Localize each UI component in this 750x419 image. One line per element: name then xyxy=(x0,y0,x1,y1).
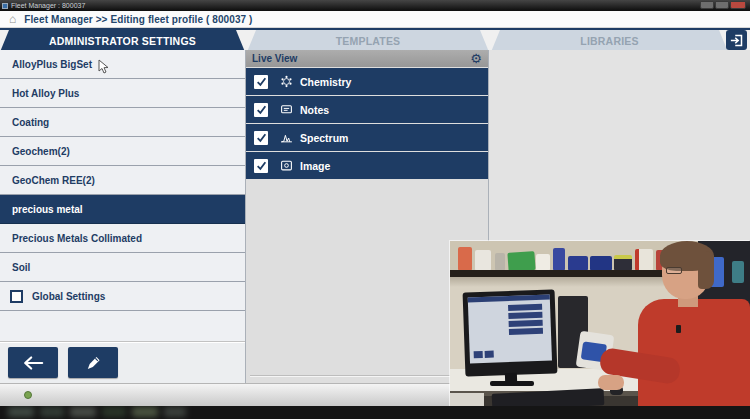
taskbar-blur-item xyxy=(132,407,158,417)
image-icon xyxy=(279,159,293,173)
presenter-hair-back xyxy=(698,251,714,289)
minimize-button[interactable] xyxy=(700,1,714,9)
os-titlebar: Fleet Manager : 800037 xyxy=(0,0,750,11)
notes-checkbox[interactable] xyxy=(254,103,268,117)
presenter-glasses xyxy=(666,267,682,274)
image-label: Image xyxy=(300,160,330,172)
rack-teal-tool xyxy=(732,261,744,283)
sidebar-item-precious-metal[interactable]: precious metal xyxy=(0,195,245,224)
molecule-icon xyxy=(279,75,293,89)
shelf-kit-box xyxy=(614,255,632,271)
global-settings-label: Global Settings xyxy=(32,291,105,302)
app-window: Fleet Manager : 800037 ⌂ Fleet Manager >… xyxy=(0,0,750,419)
sidebar-item-geochem2[interactable]: Geochem(2) xyxy=(0,137,245,166)
action-button-row xyxy=(0,341,245,383)
sidebar-item-hot-alloy-plus[interactable]: Hot Alloy Plus xyxy=(0,79,245,108)
global-settings-row: Global Settings xyxy=(0,282,245,311)
live-view-row-spectrum[interactable]: Spectrum xyxy=(246,124,488,151)
monitor-base xyxy=(490,381,534,386)
gear-icon[interactable]: ⚙ xyxy=(470,52,482,65)
spectrum-checkbox[interactable] xyxy=(254,131,268,145)
sidebar-item-precious-metals-collimated[interactable]: Precious Metals Collimated xyxy=(0,224,245,253)
back-button[interactable] xyxy=(8,347,58,378)
global-settings-checkbox[interactable] xyxy=(10,290,23,303)
lapel-microphone xyxy=(676,325,681,333)
image-checkbox[interactable] xyxy=(254,159,268,173)
mini-app-row xyxy=(508,312,542,319)
close-button[interactable] xyxy=(730,1,746,9)
mini-app-row xyxy=(509,328,543,335)
sidebar-item-coating[interactable]: Coating xyxy=(0,108,245,137)
sidebar-item-alloyplus-bigset[interactable]: AlloyPlus BigSet xyxy=(0,50,245,79)
taskbar-blur-item xyxy=(164,407,186,417)
chemistry-label: Chemistry xyxy=(300,76,351,88)
shelf-vials xyxy=(495,253,505,271)
breadcrumb-bar: ⌂ Fleet Manager >> Editing fleet profile… xyxy=(0,11,750,28)
edit-button[interactable] xyxy=(68,347,118,378)
mini-app-button xyxy=(474,351,483,358)
spectrum-icon xyxy=(279,131,293,145)
maximize-button[interactable] xyxy=(715,1,729,9)
live-view-row-image[interactable]: Image xyxy=(246,152,488,179)
mini-app-row xyxy=(509,320,543,327)
panel-bottom-divider xyxy=(250,375,484,377)
exit-icon xyxy=(729,33,744,48)
monitor-screen xyxy=(468,295,552,364)
shelf-canister xyxy=(553,248,565,271)
monitor xyxy=(463,289,558,376)
live-view-header: Live View ⚙ xyxy=(246,50,488,67)
check-icon xyxy=(256,104,267,115)
tab-templates[interactable]: TEMPLATES xyxy=(247,30,489,52)
check-icon xyxy=(256,160,267,171)
shelf-binder xyxy=(635,249,653,271)
taskbar-blur-item xyxy=(70,407,96,417)
live-view-title: Live View xyxy=(252,53,470,64)
pencil-icon xyxy=(85,354,102,371)
check-icon xyxy=(256,132,267,143)
exit-button[interactable] xyxy=(726,30,747,50)
shelf-bottle xyxy=(458,247,472,271)
taskbar-blur-item xyxy=(40,407,64,417)
sidebar-empty-space xyxy=(0,311,245,341)
shelf-blue-box xyxy=(568,256,588,271)
tab-libraries[interactable]: LIBRARIES xyxy=(491,30,728,52)
taskbar-band xyxy=(0,406,750,419)
sidebar-item-geochem-ree2[interactable]: GeoChem REE(2) xyxy=(0,166,245,195)
taskbar-blur-item xyxy=(8,407,34,417)
spectrum-label: Spectrum xyxy=(300,132,348,144)
notes-label: Notes xyxy=(300,104,329,116)
shelf-green-caddy xyxy=(507,251,535,272)
app-icon xyxy=(2,3,8,9)
back-arrow-icon xyxy=(22,355,44,371)
profile-sidebar: AlloyPlus BigSet Hot Alloy Plus Coating … xyxy=(0,50,246,383)
shelf-blue-box xyxy=(590,256,612,271)
check-icon xyxy=(256,76,267,87)
breadcrumb: Fleet Manager >> Editing fleet profile (… xyxy=(24,14,252,25)
mini-app-header xyxy=(468,295,550,303)
note-icon xyxy=(279,103,293,117)
mini-app-row xyxy=(508,304,542,311)
live-view-row-notes[interactable]: Notes xyxy=(246,96,488,123)
chemistry-checkbox[interactable] xyxy=(254,75,268,89)
shelf-tissue-box xyxy=(536,254,550,271)
tab-bar: ADMINISTRATOR SETTINGS TEMPLATES LIBRARI… xyxy=(0,28,750,50)
home-icon[interactable]: ⌂ xyxy=(9,13,16,25)
shelf-box xyxy=(475,250,491,271)
live-view-row-chemistry[interactable]: Chemistry xyxy=(246,68,488,95)
tab-administrator-settings[interactable]: ADMINISTRATOR SETTINGS xyxy=(0,30,245,52)
taskbar-blur-item xyxy=(102,407,126,417)
mini-app-button xyxy=(485,351,494,358)
presenter-hand xyxy=(598,375,624,390)
connection-status-dot xyxy=(24,391,32,399)
webcam-video xyxy=(450,241,750,419)
sidebar-item-soil[interactable]: Soil xyxy=(0,253,245,282)
window-title: Fleet Manager : 800037 xyxy=(11,2,85,9)
mouse-cursor xyxy=(98,59,109,78)
